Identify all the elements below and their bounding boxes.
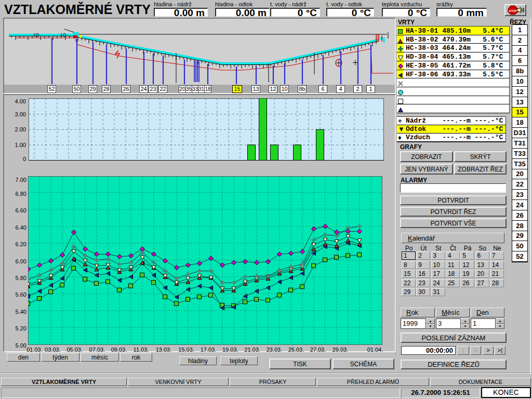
svg-text:STOP: STOP [509, 9, 517, 12]
